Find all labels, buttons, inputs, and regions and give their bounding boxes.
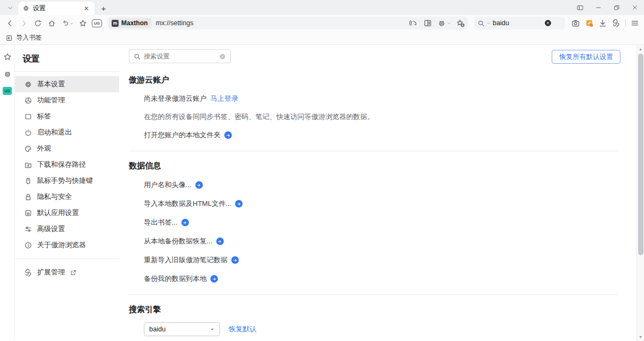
scrollbar-thumb[interactable] bbox=[638, 54, 643, 255]
tab-settings[interactable]: 设置 ✕ bbox=[18, 2, 94, 15]
sidebar-item-privacy-security[interactable]: 隐私与安全 bbox=[15, 189, 119, 205]
go-arrow-icon[interactable] bbox=[235, 200, 243, 207]
reader-mode-icon[interactable] bbox=[423, 19, 432, 27]
sidebar-item-mouse-gestures[interactable]: 鼠标手势与快捷键 bbox=[15, 173, 119, 189]
wheel-icon bbox=[24, 97, 32, 105]
sliders-icon bbox=[24, 225, 32, 233]
sidebar-favorites-icon[interactable] bbox=[3, 53, 12, 61]
main-menu-icon[interactable] bbox=[631, 19, 639, 27]
nav-label: 基本设置 bbox=[37, 79, 65, 89]
sidebar-ug-icon[interactable]: UG bbox=[3, 87, 12, 95]
bookmarks-bar: 导入书签 bbox=[0, 31, 644, 45]
page-scrollbar[interactable]: ▲ ▼ bbox=[636, 45, 644, 340]
nav-label: 外观 bbox=[37, 144, 51, 153]
default-app-icon bbox=[24, 209, 32, 217]
sidebar-item-default-apps[interactable]: 默认应用设置 bbox=[15, 205, 119, 221]
sync-description: 在您的所有设备间同步书签、密码、笔记、快速访问等傲游浏览器的数据。 bbox=[144, 112, 618, 122]
sidebar-item-downloads-path[interactable]: 下载和保存路径 bbox=[15, 157, 119, 173]
downloads-icon[interactable] bbox=[598, 19, 607, 27]
data-item-row[interactable]: 导出书签... bbox=[144, 218, 618, 227]
tab-list-button[interactable] bbox=[3, 2, 17, 14]
ug-mode-label: UG bbox=[92, 19, 102, 27]
sidebar-item-feature-management[interactable]: 功能管理 bbox=[15, 92, 119, 108]
go-arrow-icon[interactable] bbox=[181, 219, 189, 226]
data-item-row[interactable]: 从本地备份数据恢复... bbox=[144, 236, 618, 246]
sidebar-item-advanced[interactable]: 高级设置 bbox=[15, 221, 119, 237]
data-item-row[interactable]: 用户名和头像... bbox=[144, 180, 618, 190]
forward-button[interactable] bbox=[17, 17, 31, 29]
go-arrow-icon[interactable] bbox=[195, 181, 203, 189]
settings-content: 恢复所有默认设置 傲游云账户 尚未登录傲游云账户 马上登录 在您的所有设备间同步… bbox=[119, 45, 636, 340]
sidebar-item-basic-settings[interactable]: 基本设置 bbox=[15, 76, 119, 92]
restore-all-defaults-button[interactable]: 恢复所有默认设置 bbox=[552, 50, 620, 64]
section-title-data: 数据信息 bbox=[129, 161, 618, 171]
mouse-icon bbox=[24, 177, 32, 185]
sidebar-item-extensions[interactable]: 扩展管理 bbox=[15, 264, 119, 280]
ug-mode-icon[interactable]: UG bbox=[90, 17, 104, 29]
add-bookmark-icon[interactable] bbox=[456, 19, 465, 27]
restore-default-engine-link[interactable]: 恢复默认 bbox=[229, 324, 257, 334]
sidebar-item-about[interactable]: 关于傲游浏览器 bbox=[15, 237, 119, 253]
data-item-row[interactable]: 备份我的数据到本地 bbox=[144, 274, 618, 284]
scroll-up-arrow[interactable]: ▲ bbox=[637, 45, 644, 53]
quick-search-box[interactable] bbox=[474, 17, 565, 29]
undo-button[interactable] bbox=[59, 17, 76, 29]
read-aloud-icon[interactable] bbox=[409, 19, 418, 27]
sidebar-item-tabs[interactable]: 标签 bbox=[15, 108, 119, 124]
import-bookmarks-button[interactable]: 导入书签 bbox=[16, 33, 42, 42]
settings-sidebar: 设置 基本设置 功能管理 标签 启动和退出 外观 bbox=[15, 45, 119, 340]
back-button[interactable] bbox=[3, 17, 17, 29]
tab-bar: 设置 ✕ + bbox=[0, 0, 644, 15]
restore-button[interactable] bbox=[608, 0, 626, 15]
nav-label: 默认应用设置 bbox=[37, 208, 79, 218]
minimize-button[interactable] bbox=[589, 0, 608, 15]
folder-download-icon bbox=[24, 161, 32, 169]
screenshot-camera-icon[interactable] bbox=[571, 19, 580, 27]
site-identity-chip[interactable]: m Maxthon bbox=[109, 18, 151, 28]
gear-icon bbox=[23, 5, 30, 12]
go-arrow-icon[interactable] bbox=[216, 238, 224, 245]
nav-label: 鼠标手势与快捷键 bbox=[37, 176, 93, 186]
address-bar[interactable]: m Maxthon mx://settings bbox=[107, 17, 468, 29]
sidebar-item-startup-exit[interactable]: 启动和退出 bbox=[15, 124, 119, 140]
login-now-link[interactable]: 马上登录 bbox=[210, 94, 238, 103]
search-engine-select[interactable]: baidu bbox=[144, 322, 220, 336]
clear-search-icon[interactable] bbox=[544, 19, 552, 27]
boss-key-icon[interactable] bbox=[571, 0, 589, 15]
quick-search-input[interactable] bbox=[493, 19, 542, 27]
chevron-down-icon bbox=[210, 327, 215, 332]
nav-label: 高级设置 bbox=[37, 224, 65, 234]
settings-nav: 基本设置 功能管理 标签 启动和退出 外观 下载和保存路径 bbox=[15, 72, 119, 253]
address-bar-actions bbox=[409, 19, 465, 27]
settings-search-box[interactable] bbox=[129, 49, 231, 63]
url-text[interactable]: mx://settings bbox=[156, 19, 405, 27]
sidebar-item-appearance[interactable]: 外观 bbox=[15, 140, 119, 157]
site-brand-name: Maxthon bbox=[121, 19, 148, 27]
main-area: UG 设置 基本设置 功能管理 标签 启动和退出 外观 bbox=[0, 45, 644, 340]
extensions-icon[interactable] bbox=[612, 19, 620, 27]
close-window-button[interactable] bbox=[626, 0, 644, 15]
settings-search-input[interactable] bbox=[144, 53, 216, 60]
bee-snap-icon[interactable] bbox=[437, 19, 451, 27]
go-arrow-icon[interactable] bbox=[224, 131, 232, 139]
info-icon bbox=[24, 241, 32, 249]
nav-label: 扩展管理 bbox=[37, 268, 65, 277]
new-tab-button[interactable]: + bbox=[97, 2, 111, 14]
tab-close-icon[interactable]: ✕ bbox=[83, 5, 90, 12]
search-engine-caret-icon bbox=[487, 21, 491, 25]
home-button[interactable] bbox=[45, 17, 58, 29]
favorites-star-icon[interactable] bbox=[76, 17, 90, 29]
go-arrow-icon[interactable] bbox=[231, 256, 239, 264]
sidebar-bee-icon[interactable] bbox=[3, 70, 12, 78]
open-local-folder-row[interactable]: 打开您账户的本地文件夹 bbox=[144, 130, 618, 140]
data-item-row[interactable]: 导入本地数据及HTML文件... bbox=[144, 199, 618, 209]
toolbar-separator bbox=[625, 19, 626, 27]
go-arrow-icon[interactable] bbox=[210, 275, 218, 283]
side-panel-strip: UG bbox=[0, 45, 15, 340]
reload-button[interactable] bbox=[31, 17, 45, 29]
data-item-row[interactable]: 重新导入旧版傲游笔记数据 bbox=[144, 255, 618, 265]
maxnote-icon[interactable] bbox=[585, 19, 594, 27]
maxthon-logo-icon: m bbox=[112, 20, 119, 27]
scroll-down-arrow[interactable]: ▼ bbox=[637, 333, 644, 340]
tab-square-icon bbox=[24, 113, 32, 121]
